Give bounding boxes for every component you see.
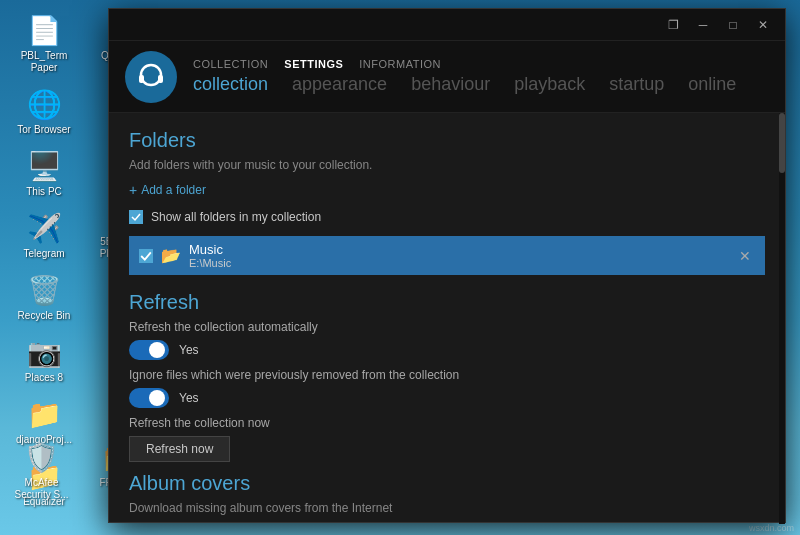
nav-startup[interactable]: startup bbox=[609, 74, 664, 95]
folder-path: E:\Music bbox=[189, 257, 727, 269]
album-covers-title: Album covers bbox=[129, 472, 765, 495]
folder-info: Music E:\Music bbox=[189, 242, 727, 269]
folders-section: Folders Add folders with your music to y… bbox=[129, 129, 765, 275]
auto-refresh-toggle-row: Yes bbox=[129, 340, 765, 360]
thispc-label: This PC bbox=[26, 186, 62, 198]
svg-point-0 bbox=[141, 65, 161, 85]
nav-collection[interactable]: collection bbox=[193, 74, 268, 95]
scrollbar-track[interactable] bbox=[779, 113, 785, 524]
title-bar-controls: ❐ ─ □ ✕ bbox=[659, 15, 777, 35]
ignore-removed-label: Ignore files which were previously remov… bbox=[129, 368, 765, 382]
folder-name: Music bbox=[189, 242, 727, 257]
album-covers-desc: Download missing album covers from the I… bbox=[129, 501, 765, 515]
app-logo bbox=[125, 51, 177, 103]
tab-collection[interactable]: COLLECTION bbox=[193, 58, 268, 70]
refresh-section: Refresh Refresh the collection automatic… bbox=[129, 291, 765, 462]
refresh-title: Refresh bbox=[129, 291, 765, 314]
mcafee-label: McAfee Security S... bbox=[8, 477, 75, 501]
title-bar: ❐ ─ □ ✕ bbox=[109, 9, 785, 41]
folder-folder-icon: 📂 bbox=[161, 246, 181, 265]
header-nav-bottom: collection appearance behaviour playback… bbox=[193, 74, 769, 95]
watermark: wsxdn.com bbox=[749, 523, 794, 533]
headphones-icon bbox=[135, 61, 167, 93]
tab-information[interactable]: INFORMATION bbox=[359, 58, 441, 70]
folders-description: Add folders with your music to your coll… bbox=[129, 158, 765, 172]
tor-icon: 🌐 bbox=[26, 86, 62, 122]
folder-check-icon bbox=[140, 250, 152, 262]
nav-online[interactable]: online bbox=[688, 74, 736, 95]
add-folder-label: Add a folder bbox=[141, 183, 206, 197]
add-folder-link[interactable]: + Add a folder bbox=[129, 182, 765, 198]
show-all-checkbox[interactable] bbox=[129, 210, 143, 224]
maximize-button[interactable]: □ bbox=[719, 15, 747, 35]
close-button[interactable]: ✕ bbox=[749, 15, 777, 35]
desktop-icon-thispc[interactable]: 🖥️ This PC bbox=[4, 144, 84, 202]
show-all-row[interactable]: Show all folders in my collection bbox=[129, 210, 765, 224]
header-nav-top: COLLECTION SETTINGS INFORMATION bbox=[193, 58, 769, 70]
desktop-icon-places[interactable]: 📷 Places 8 bbox=[4, 330, 84, 388]
refresh-now-button[interactable]: Refresh now bbox=[129, 436, 230, 462]
ignore-removed-toggle[interactable] bbox=[129, 388, 169, 408]
folder-row[interactable]: 📂 Music E:\Music ✕ bbox=[129, 236, 765, 275]
app-window: ❐ ─ □ ✕ COLLECTION SETTINGS INFORMATION bbox=[108, 8, 786, 523]
header-nav: COLLECTION SETTINGS INFORMATION collecti… bbox=[193, 58, 769, 95]
svg-rect-2 bbox=[158, 75, 163, 83]
nav-behaviour[interactable]: behaviour bbox=[411, 74, 490, 95]
desktop-icon-tor[interactable]: 🌐 Tor Browser bbox=[4, 82, 84, 140]
desktop: 📄 PBL_Term Paper 🌐 Tor Browser 🖥️ This P… bbox=[0, 0, 800, 535]
places-icon: 📷 bbox=[26, 334, 62, 370]
places-label: Places 8 bbox=[25, 372, 63, 384]
django-icon: 📁 bbox=[26, 396, 62, 432]
desktop-icon-telegram[interactable]: ✈️ Telegram bbox=[4, 206, 84, 264]
folder-checkbox[interactable] bbox=[139, 249, 153, 263]
plus-icon: + bbox=[129, 182, 137, 198]
telegram-icon: ✈️ bbox=[26, 210, 62, 246]
pbl-label: PBL_Term Paper bbox=[8, 50, 80, 74]
folder-remove-button[interactable]: ✕ bbox=[735, 246, 755, 266]
desktop-icon-mcafee[interactable]: 🛡️ McAfee Security S... bbox=[4, 435, 79, 505]
mcafee-icon: 🛡️ bbox=[24, 439, 60, 475]
recycle-label: Recycle Bin bbox=[18, 310, 71, 322]
minimize-button[interactable]: ─ bbox=[689, 15, 717, 35]
recycle-icon: 🗑️ bbox=[26, 272, 62, 308]
nav-playback[interactable]: playback bbox=[514, 74, 585, 95]
copy-button[interactable]: ❐ bbox=[659, 15, 687, 35]
thispc-icon: 🖥️ bbox=[26, 148, 62, 184]
nav-appearance[interactable]: appearance bbox=[292, 74, 387, 95]
folders-title: Folders bbox=[129, 129, 765, 152]
auto-refresh-value: Yes bbox=[179, 343, 199, 357]
album-covers-section: Album covers Download missing album cove… bbox=[129, 472, 765, 515]
tab-settings[interactable]: SETTINGS bbox=[284, 58, 343, 70]
svg-rect-1 bbox=[139, 75, 144, 83]
content-area[interactable]: Folders Add folders with your music to y… bbox=[109, 113, 785, 522]
refresh-now-section: Refresh the collection now Refresh now bbox=[129, 416, 765, 462]
auto-refresh-toggle[interactable] bbox=[129, 340, 169, 360]
desktop-icon-pbl[interactable]: 📄 PBL_Term Paper bbox=[4, 8, 84, 78]
check-icon bbox=[131, 212, 141, 222]
scrollbar-thumb[interactable] bbox=[779, 113, 785, 173]
desktop-icon-recycle[interactable]: 🗑️ Recycle Bin bbox=[4, 268, 84, 326]
auto-refresh-label: Refresh the collection automatically bbox=[129, 320, 765, 334]
app-header: COLLECTION SETTINGS INFORMATION collecti… bbox=[109, 41, 785, 113]
refresh-now-label: Refresh the collection now bbox=[129, 416, 765, 430]
telegram-label: Telegram bbox=[23, 248, 64, 260]
ignore-removed-value: Yes bbox=[179, 391, 199, 405]
ignore-removed-toggle-row: Yes bbox=[129, 388, 765, 408]
pbl-icon: 📄 bbox=[26, 12, 62, 48]
show-all-text: Show all folders in my collection bbox=[151, 210, 321, 224]
tor-label: Tor Browser bbox=[17, 124, 70, 136]
